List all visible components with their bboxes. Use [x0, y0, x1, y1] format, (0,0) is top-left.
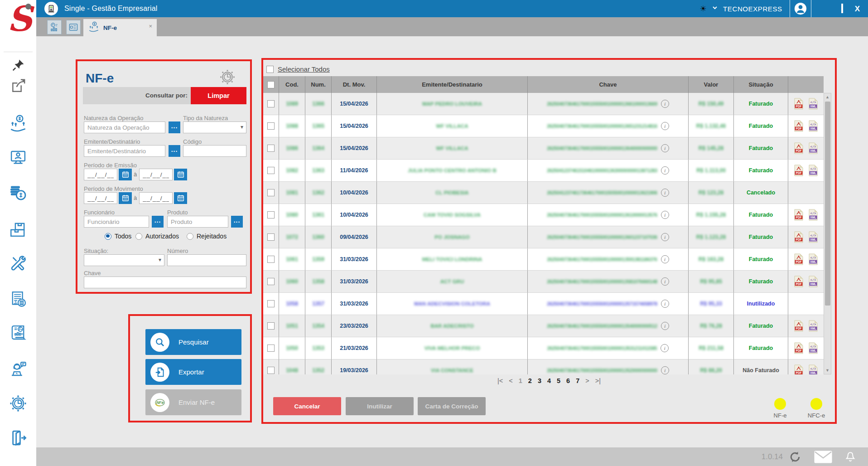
row-checkbox[interactable] — [267, 278, 275, 285]
info-icon[interactable]: i — [661, 144, 669, 152]
select-all-label[interactable]: Selecionar Todos — [278, 65, 330, 73]
row-checkbox[interactable] — [267, 211, 275, 218]
sidebar-item-logout[interactable] — [8, 428, 28, 448]
natureza-lookup-button[interactable]: ... — [169, 121, 180, 133]
table-row[interactable]: 1050135321/03/2026VIVA MELHOR PRECO26250… — [263, 337, 824, 359]
calendar-icon[interactable] — [119, 192, 132, 204]
sidebar-item-support[interactable] — [8, 359, 28, 379]
pdf-icon[interactable]: PDF — [794, 231, 804, 243]
bell-icon[interactable] — [844, 451, 856, 463]
inutilizar-button[interactable]: Inutilizar — [346, 397, 414, 415]
row-checkbox[interactable] — [267, 167, 275, 174]
refresh-icon[interactable] — [788, 450, 802, 464]
column-header-emitente[interactable]: Emitente/Destinatario — [377, 76, 528, 93]
xml-icon[interactable]: </>XML — [808, 98, 818, 110]
scrollbar-thumb[interactable] — [825, 102, 830, 306]
pagination-nav[interactable]: < — [509, 377, 512, 384]
info-icon[interactable]: i — [661, 100, 669, 108]
column-header-num[interactable]: Num. — [305, 76, 332, 93]
radio-rejeitados[interactable]: Rejeitados — [187, 233, 227, 240]
pdf-icon[interactable]: PDF — [794, 342, 804, 354]
row-checkbox[interactable] — [267, 367, 275, 374]
pdf-icon[interactable]: PDF — [794, 165, 804, 176]
enviar-nfe-button[interactable]: NFe Enviar NF-e — [145, 389, 241, 415]
table-row[interactable]: 1082136311/04/2026JULIA PONTO CENTRO ANT… — [263, 160, 824, 182]
close-button[interactable]: X — [855, 5, 860, 13]
info-icon[interactable]: i — [661, 189, 669, 197]
pagination-nav[interactable]: > — [585, 377, 589, 384]
row-checkbox[interactable] — [267, 145, 275, 152]
table-row[interactable]: 1051135423/03/2026BAR ADECRISTO262504073… — [263, 315, 824, 337]
info-icon[interactable]: i — [661, 344, 669, 352]
limpar-button[interactable]: Limpar — [191, 87, 246, 104]
single-logo[interactable]: S — [0, 0, 36, 47]
mail-icon[interactable] — [814, 450, 833, 464]
funcionario-input[interactable] — [84, 216, 149, 228]
table-row[interactable]: 1058135731/03/2026MAN ADECVISION COLETOR… — [263, 293, 824, 315]
sidebar-item-share[interactable] — [8, 76, 28, 96]
column-header-chave[interactable]: Chave — [528, 76, 689, 93]
xml-icon[interactable]: </>XML — [808, 320, 818, 332]
sidebar-item-tools[interactable] — [8, 254, 28, 274]
row-checkbox[interactable] — [267, 322, 275, 330]
table-row[interactable]: 1048135219/03/2026VIA CONSTANCE262504073… — [263, 359, 824, 374]
table-row[interactable]: 1080136110/04/2026CAM TOVIO SOGSILVA2625… — [263, 204, 824, 226]
table-row[interactable]: 1088136515/04/2026WF VILLACA262504073646… — [263, 115, 824, 137]
table-row[interactable]: 1072136009/04/2026PO JOSNAGO262504073646… — [263, 226, 824, 248]
sidebar-item-sales[interactable] — [8, 113, 28, 133]
chevron-down-icon[interactable] — [711, 4, 719, 13]
emitente-lookup-button[interactable]: ... — [169, 145, 180, 157]
xml-icon[interactable]: </>XML — [808, 253, 818, 265]
pagination-page[interactable]: 2 — [528, 377, 532, 384]
info-icon[interactable]: i — [661, 255, 669, 263]
natureza-input[interactable] — [84, 121, 165, 133]
header-checkbox[interactable] — [267, 81, 275, 88]
carta-correcao-button[interactable]: Carta de Correção — [418, 397, 486, 415]
info-icon[interactable]: i — [661, 122, 669, 130]
info-icon[interactable]: i — [661, 166, 669, 175]
xml-icon[interactable]: </>XML — [808, 120, 818, 132]
calendar-icon[interactable] — [119, 169, 132, 180]
situacao-select[interactable] — [84, 254, 164, 266]
xml-icon[interactable]: </>XML — [808, 209, 818, 221]
column-header-dtmov[interactable]: Dt. Mov. — [332, 76, 377, 93]
pesquisar-button[interactable]: Pesquisar — [145, 329, 241, 355]
pdf-icon[interactable]: PDF — [794, 364, 804, 374]
sidebar-item-settings[interactable] — [8, 393, 28, 413]
movimento-date-from-input[interactable] — [84, 192, 117, 204]
xml-icon[interactable]: </>XML — [808, 231, 818, 243]
calendar-icon[interactable] — [174, 169, 187, 180]
row-checkbox[interactable] — [267, 233, 275, 241]
row-checkbox[interactable] — [267, 300, 275, 307]
numero-input[interactable] — [167, 254, 246, 266]
info-icon[interactable]: i — [661, 322, 669, 330]
table-row[interactable]: 1089136615/04/2026MAP PEDRO LOUVEIRA2625… — [263, 93, 824, 115]
chave-input[interactable] — [84, 277, 246, 288]
tab-list[interactable] — [66, 20, 81, 34]
produto-input[interactable] — [167, 216, 228, 228]
calendar-icon[interactable] — [174, 192, 187, 204]
tipo-natureza-select[interactable] — [183, 121, 246, 133]
emitente-input[interactable] — [84, 145, 165, 157]
xml-icon[interactable]: </>XML — [808, 165, 818, 176]
column-header-situacao[interactable]: Situação — [734, 76, 788, 93]
xml-icon[interactable]: </>XML — [808, 364, 818, 374]
pagination-nav[interactable]: |< — [497, 377, 503, 384]
xml-icon[interactable]: </>XML — [808, 142, 818, 154]
vertical-scrollbar[interactable]: ▲ ▼ — [824, 93, 831, 374]
sidebar-item-reports[interactable] — [8, 323, 28, 343]
table-row[interactable]: 1061135931/03/2026MELI TOVICI LONDRINA26… — [263, 248, 824, 271]
scroll-up-icon[interactable]: ▲ — [824, 93, 831, 101]
pagination-page[interactable]: 5 — [557, 377, 560, 384]
pdf-icon[interactable]: PDF — [794, 209, 804, 221]
info-icon[interactable]: i — [661, 233, 669, 241]
maximize-button[interactable] — [841, 5, 843, 13]
emissao-date-from-input[interactable] — [84, 169, 117, 180]
pdf-icon[interactable]: PDF — [794, 320, 804, 332]
row-checkbox[interactable] — [267, 100, 275, 107]
select-all-checkbox[interactable] — [266, 66, 274, 73]
pagination-page[interactable]: 1 — [519, 377, 522, 384]
table-row[interactable]: 1086136415/04/2026WF VILLACA262504073646… — [263, 137, 824, 160]
sidebar-item-pos[interactable] — [8, 148, 28, 168]
exportar-button[interactable]: Exportar — [145, 359, 241, 385]
